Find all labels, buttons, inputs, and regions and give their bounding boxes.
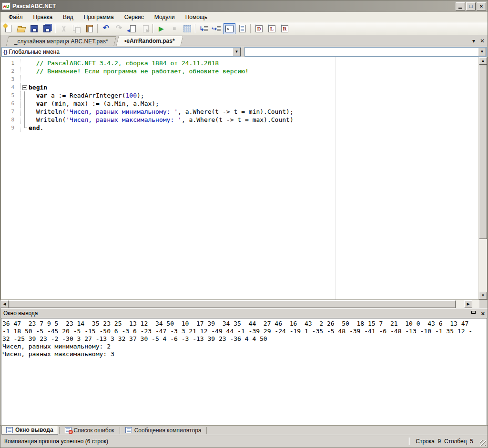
- output-line: Чисел, равных минимальному: 2: [2, 343, 486, 350]
- navigate-back-button[interactable]: [126, 23, 138, 34]
- save-all-button[interactable]: [41, 23, 53, 34]
- redo-icon: [115, 25, 123, 33]
- code-line-row: 2 // Внимание! Если программа не работае…: [1, 67, 478, 75]
- paste-button[interactable]: [83, 23, 95, 34]
- open-file-button[interactable]: [15, 23, 27, 34]
- braces-icon: {}: [3, 49, 8, 55]
- code-editor[interactable]: 1 // PascalABC.NET 3.4.2, сборка 1884 от…: [0, 57, 488, 299]
- maximize-icon: □: [469, 4, 473, 9]
- code-token: var: [36, 92, 47, 99]
- stop-icon: [170, 25, 178, 33]
- line-number: 5: [1, 91, 21, 100]
- menu-item[interactable]: Правка: [28, 12, 58, 22]
- dock-l-button[interactable]: L: [266, 23, 278, 34]
- dock-r-button[interactable]: R: [279, 23, 291, 34]
- compile-button[interactable]: [181, 23, 193, 34]
- bottom-tab-strip: Окно выводаСписок ошибокСообщения компил…: [0, 425, 488, 435]
- code-line[interactable]: begin: [29, 83, 47, 91]
- minimize-button[interactable]: [456, 2, 465, 10]
- menu-item[interactable]: Модули: [149, 12, 180, 22]
- line-number: 9: [1, 124, 21, 132]
- navigate-back-icon: [128, 25, 136, 33]
- code-token: [29, 100, 36, 107]
- vertical-scroll-thumb[interactable]: [479, 65, 487, 239]
- goto-implementation-button[interactable]: [211, 23, 223, 34]
- scroll-up-button[interactable]: ▲: [479, 57, 487, 65]
- dock-d-button[interactable]: D: [253, 23, 265, 34]
- output-window-icon: [6, 427, 13, 433]
- resize-grip[interactable]: [480, 440, 486, 446]
- console-window-button[interactable]: [224, 23, 235, 34]
- code-line[interactable]: Writeln('Чисел, равных минимальному: ', …: [29, 108, 294, 116]
- code-line[interactable]: // PascalABC.NET 3.4.2, сборка 1884 от 2…: [29, 59, 219, 67]
- compile-icon: [183, 25, 191, 33]
- format-code-button[interactable]: [236, 23, 248, 34]
- stop-button: [168, 23, 180, 34]
- horizontal-scroll-thumb[interactable]: [9, 300, 456, 308]
- undo-button[interactable]: [100, 23, 112, 34]
- bottom-tab-error-list[interactable]: Список ошибок: [61, 426, 119, 435]
- document-tab[interactable]: _случайная матрица ABC.NET.pas*: [6, 36, 117, 46]
- menu-item[interactable]: Сервис: [119, 12, 149, 22]
- line-number: 1: [1, 59, 21, 67]
- run-button[interactable]: [155, 23, 167, 34]
- save-button[interactable]: [28, 23, 40, 34]
- goto-definition-button[interactable]: [198, 23, 210, 34]
- status-bar: Компиляция прошла успешно (6 строк) Стро…: [0, 435, 488, 448]
- maximize-button[interactable]: □: [466, 2, 476, 10]
- navigator-row: {} Глобальные имена ▼ ▼: [0, 46, 488, 57]
- output-line: -1 18 50 -5 -45 20 -5 -15 -50 6 -3 6 -23…: [2, 328, 486, 335]
- tab-list-dropdown-icon[interactable]: ▾: [472, 38, 475, 44]
- menu-item[interactable]: Вид: [58, 12, 79, 22]
- member-combobox-dropdown-button[interactable]: ▼: [478, 48, 486, 56]
- editor-horizontal-scrollbar[interactable]: ◀ ▶: [0, 299, 488, 308]
- menu-item[interactable]: Файл: [3, 12, 28, 22]
- tab-close-icon[interactable]: ✕: [480, 38, 485, 44]
- fold-marker-mid: [21, 108, 29, 116]
- minimize-icon: [458, 8, 462, 9]
- code-token: , a.Where(t -> t = max).Count): [182, 116, 294, 123]
- fold-marker-mid: [21, 91, 29, 100]
- document-tab[interactable]: •eArrRandom.pas*: [116, 36, 183, 46]
- bottom-tab-compiler-messages[interactable]: Сообщения компилятора: [121, 426, 206, 435]
- new-file-button[interactable]: [2, 23, 14, 34]
- scope-combobox-value: Глобальные имена: [9, 49, 60, 55]
- code-line[interactable]: var (min, max) := (a.Min, a.Max);: [29, 100, 159, 108]
- code-line[interactable]: end.: [29, 124, 43, 132]
- line-number: 3: [1, 75, 21, 83]
- bottom-tab-output-window[interactable]: Окно вывода: [1, 426, 58, 435]
- scroll-down-button[interactable]: ▼: [479, 292, 487, 299]
- output-close-icon[interactable]: ×: [481, 310, 485, 317]
- menu-bar: ФайлПравкаВидПрограммаСервисМодулиПомощь: [0, 12, 488, 22]
- pin-icon[interactable]: [470, 310, 476, 316]
- menu-item[interactable]: Помощь: [180, 12, 213, 22]
- document-tab-label: _случайная матрица ABC.NET.pas*: [14, 38, 108, 45]
- code-line[interactable]: Writeln('Чисел, равных максимальному: ',…: [29, 116, 294, 124]
- line-number: 6: [1, 100, 21, 108]
- code-line-row: 6 var (min, max) := (a.Min, a.Max);: [1, 100, 478, 108]
- output-console[interactable]: 36 47 -23 7 9 5 -23 14 -35 23 25 -13 12 …: [1, 318, 487, 425]
- dock-l-icon: L: [268, 25, 275, 32]
- fold-marker-end: [21, 124, 29, 132]
- fold-margin: [21, 59, 29, 67]
- main-window: AB PascalABC.NET □ × ФайлПравкаВидПрогра…: [0, 0, 488, 448]
- scroll-left-button[interactable]: ◀: [0, 300, 9, 308]
- code-line-row: 4begin: [1, 83, 478, 91]
- status-divider: [409, 438, 410, 445]
- fold-margin: [21, 67, 29, 75]
- save-icon: [30, 25, 38, 33]
- scope-combobox-dropdown-button[interactable]: ▼: [233, 48, 241, 56]
- fold-marker-open[interactable]: [21, 83, 29, 91]
- editor-vertical-scrollbar[interactable]: ▲ ▼: [478, 57, 487, 299]
- code-line[interactable]: var a := ReadArrInteger(100);: [29, 91, 144, 100]
- member-combobox[interactable]: ▼: [244, 47, 487, 57]
- fold-margin: [21, 75, 29, 83]
- format-code-icon: [238, 25, 246, 33]
- scope-combobox[interactable]: {} Глобальные имена ▼: [1, 47, 241, 57]
- error-list-icon: [65, 427, 71, 433]
- toolbar-separator: [195, 24, 196, 33]
- menu-item[interactable]: Программа: [79, 12, 119, 22]
- close-button[interactable]: ×: [477, 2, 486, 10]
- code-line[interactable]: // Внимание! Если программа не работает,…: [29, 67, 249, 75]
- scroll-right-button[interactable]: ▶: [464, 300, 472, 308]
